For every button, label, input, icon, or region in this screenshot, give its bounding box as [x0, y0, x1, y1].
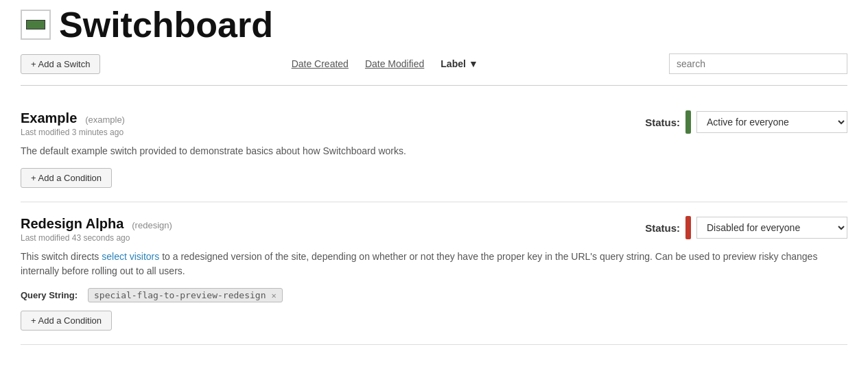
switch-name: Example — [21, 110, 77, 125]
search-input[interactable] — [669, 53, 847, 74]
add-condition-button[interactable]: + Add a Condition — [21, 311, 112, 331]
switch-modified: Last modified 3 minutes ago — [21, 128, 125, 137]
status-select[interactable]: Active for everyone Disabled for everyon… — [696, 111, 847, 133]
switch-status: Status: Active for everyone Disabled for… — [645, 110, 847, 134]
app-title: Switchboard — [59, 7, 273, 43]
switch-name-block: Example (example) Last modified 3 minute… — [21, 110, 125, 137]
switches-list: Example (example) Last modified 3 minute… — [21, 97, 847, 345]
switch-header: Example (example) Last modified 3 minute… — [21, 110, 847, 137]
status-label: Status: — [645, 222, 680, 234]
add-condition-button[interactable]: + Add a Condition — [21, 168, 112, 188]
condition-label: Query String: — [21, 290, 82, 300]
switch-description: This switch directs select visitors to a… — [21, 250, 847, 278]
add-switch-button[interactable]: + Add a Switch — [21, 54, 100, 74]
status-label: Status: — [645, 117, 680, 128]
sort-label[interactable]: Label ▼ — [441, 58, 478, 69]
status-select[interactable]: Active for everyone Disabled for everyon… — [696, 217, 847, 239]
switch-item: Redesign Alpha (redesign) Last modified … — [21, 202, 847, 345]
switch-name: Redesign Alpha — [21, 216, 124, 231]
switch-modified: Last modified 43 seconds ago — [21, 233, 172, 243]
switch-description: The default example switch provided to d… — [21, 144, 847, 158]
sort-controls: Date Created Date Modified Label ▼ — [100, 58, 669, 69]
header: Switchboard — [21, 7, 847, 43]
condition-tag-value: special-flag-to-preview-redesign — [94, 290, 266, 300]
sort-date-created[interactable]: Date Created — [292, 58, 349, 69]
status-indicator-green — [685, 110, 691, 134]
logo-icon-graphic — [26, 20, 45, 29]
condition-row: Query String: special-flag-to-preview-re… — [21, 288, 847, 302]
condition-tag-remove[interactable]: ✕ — [271, 291, 276, 300]
page: Switchboard + Add a Switch Date Created … — [0, 0, 868, 365]
switch-status: Status: Active for everyone Disabled for… — [645, 216, 847, 239]
switch-header: Redesign Alpha (redesign) Last modified … — [21, 216, 847, 243]
sort-arrow-icon: ▼ — [469, 58, 478, 69]
switch-key: (redesign) — [132, 220, 172, 230]
sort-date-modified[interactable]: Date Modified — [365, 58, 424, 69]
status-indicator-red — [685, 216, 691, 239]
switch-key: (example) — [85, 115, 125, 125]
condition-tag: special-flag-to-preview-redesign ✕ — [88, 288, 283, 302]
app-logo — [21, 10, 51, 40]
toolbar: + Add a Switch Date Created Date Modifie… — [21, 53, 847, 86]
switch-item: Example (example) Last modified 3 minute… — [21, 97, 847, 202]
switch-name-block: Redesign Alpha (redesign) Last modified … — [21, 216, 172, 243]
